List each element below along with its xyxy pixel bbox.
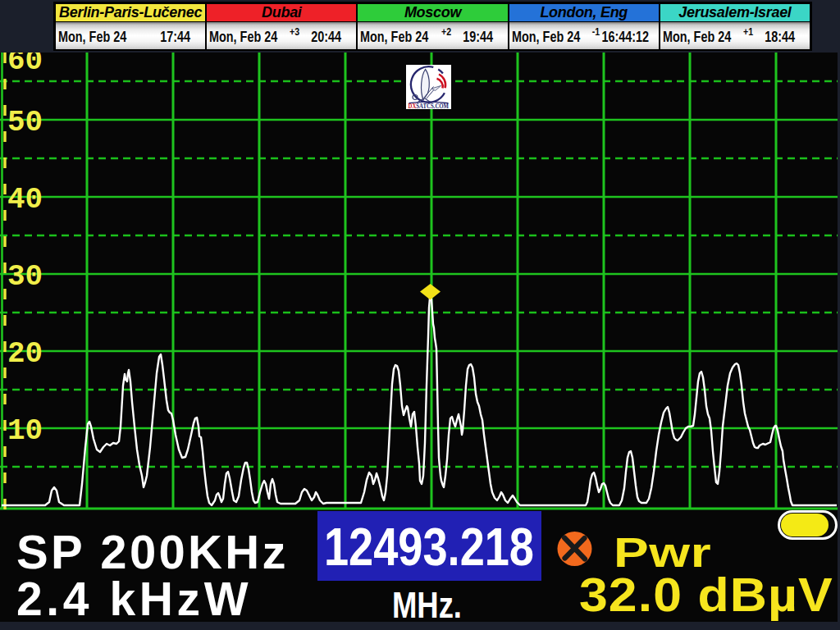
svg-text:10: 10 bbox=[7, 414, 43, 448]
svg-text:40: 40 bbox=[7, 183, 43, 217]
svg-text:MHz.: MHz. bbox=[392, 586, 462, 623]
svg-text:60: 60 bbox=[7, 52, 43, 78]
svg-text:20: 20 bbox=[7, 337, 43, 371]
svg-text:30: 30 bbox=[7, 260, 43, 294]
svg-text:12493.218: 12493.218 bbox=[324, 518, 534, 577]
svg-text:DXSATCS.COM: DXSATCS.COM bbox=[409, 102, 450, 109]
svg-text:50: 50 bbox=[7, 106, 43, 139]
